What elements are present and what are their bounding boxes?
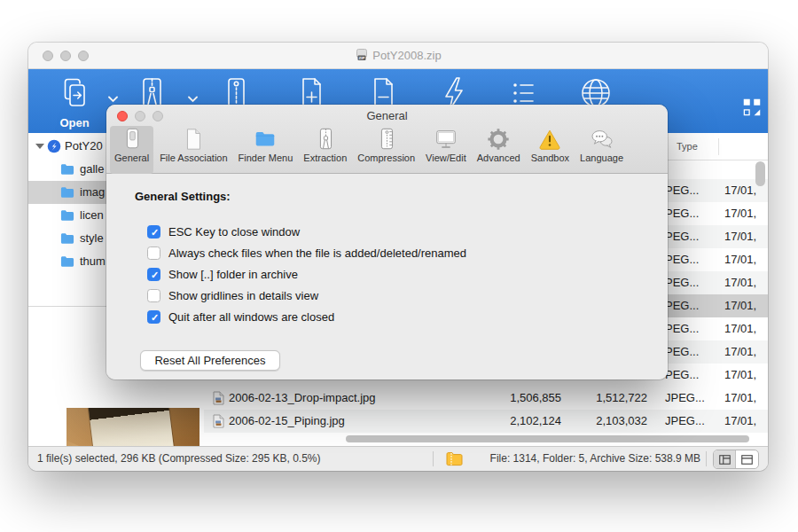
chevron-down-icon [108,96,118,103]
switch-icon [120,127,145,152]
jpeg-file-icon [212,391,225,405]
column-divider[interactable] [718,138,719,155]
archive-badge-icon [47,139,61,153]
zip-doc-icon [374,127,399,152]
tree-item-label: licen [80,204,104,227]
archive-status-text: File: 1314, Folder: 5, Archive Size: 538… [490,447,700,471]
tab-sandbox[interactable]: Sandbox [527,126,574,174]
open-button-label: Open [50,116,99,129]
reset-preferences-button[interactable]: Reset All Preferences [140,350,280,371]
tab-general[interactable]: General [110,126,153,174]
tab-advanced[interactable]: Advanced [473,126,525,174]
dialog-content: General Settings: ESC Key to close windo… [106,174,668,379]
layout-header-icon [741,455,753,465]
preferences-tab-bar: General File Association Finder Menu Ext… [110,126,628,174]
tree-item-label: imag [80,181,105,204]
tab-language[interactable]: Language [575,126,628,174]
layout-sidebar-button[interactable] [714,450,736,468]
titlebar[interactable]: ZIPPotY2008.zip [28,43,768,69]
jpeg-file-icon [212,414,225,428]
table-row[interactable]: 2006-02-13_Drop-impact.jpg 1,506,855 1,5… [204,387,768,410]
open-icon [55,74,94,113]
dialog-header[interactable]: General General File Association Finder … [106,105,668,174]
folder-icon [60,208,74,223]
desktop: ZIPPotY2008.zip [0,0,798,532]
folder-icon [60,231,74,246]
status-bar: 1 file(s) selected, 296 KB (Compressed S… [28,446,768,471]
tab-view-edit[interactable]: View/Edit [421,126,471,174]
status-divider [706,451,707,466]
checkbox-icon[interactable] [147,246,160,260]
open-chevron-button[interactable] [108,90,118,98]
tab-file-association[interactable]: File Association [155,126,231,174]
preferences-dialog: General General File Association Finder … [106,105,668,379]
zip-file-icon: ZIP [355,48,369,62]
speech-bubbles-icon [590,127,614,152]
general-settings-heading: General Settings: [135,190,231,203]
tab-finder-menu[interactable]: Finder Menu [234,126,298,174]
document-icon [181,127,206,152]
folder-icon [60,254,74,269]
checkbox-icon[interactable] [147,289,160,302]
gear-icon [486,127,511,152]
disclosure-triangle-icon[interactable] [35,144,44,149]
open-button[interactable] [55,74,94,113]
unzip-doc-icon [313,127,338,152]
monitor-icon [434,127,458,152]
checkbox-icon[interactable] [147,268,160,281]
tree-item-label: thum [80,250,106,273]
view-grid-button[interactable] [743,98,761,116]
selection-status-text: 1 file(s) selected, 296 KB (Compressed S… [37,447,320,471]
layout-header-button[interactable] [736,450,758,468]
column-header-type[interactable]: Type [677,133,698,160]
checkbox-icon[interactable] [147,310,160,324]
chevron-down-icon [188,96,198,103]
vertical-scrollbar[interactable] [755,161,765,186]
tree-item-label: galle [80,158,104,181]
layout-toggle-group [713,450,759,469]
view-grid-icon [743,98,761,116]
window-title-text: PotY2008.zip [372,49,441,62]
layout-sidebar-icon [719,455,731,465]
tree-item-label: style [80,227,104,250]
checkbox-icon[interactable] [147,225,160,239]
svg-text:ZIP: ZIP [359,56,365,60]
dialog-title: General [106,105,668,126]
tab-extraction[interactable]: Extraction [299,126,351,174]
folder-icon [60,162,74,176]
status-divider [433,451,434,466]
folder-icon [60,185,74,200]
tree-item-label: PotY20 [65,135,103,158]
horizontal-scrollbar[interactable] [346,435,749,442]
tab-compression[interactable]: Compression [353,126,419,174]
warning-triangle-icon [537,127,562,152]
extract-chevron-button[interactable] [188,90,198,98]
table-row[interactable]: 2006-02-15_Piping.jpg 2,102,124 2,103,03… [204,410,768,433]
zip-folder-icon [445,450,463,467]
window-title: ZIPPotY2008.zip [28,43,768,69]
folder-icon [253,127,278,152]
